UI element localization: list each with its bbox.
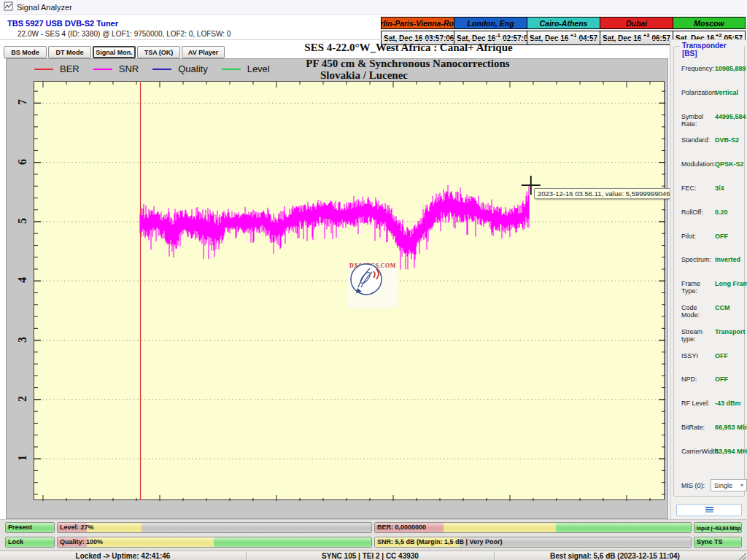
mis-row: MIS (0): Single ▾ <box>681 479 747 491</box>
ber-bar: BER: 0,0000000 <box>374 522 692 533</box>
legend-dash-quality <box>152 69 171 70</box>
sync-ts: Sync TS <box>694 537 742 548</box>
field-value: 3/4 <box>715 184 724 195</box>
lock-indicator-label: Lock <box>8 538 23 545</box>
transponder-field-carrierwidth-: CarrierWidth:53,994 MHz <box>681 448 747 458</box>
y-tick-label-4: 4 <box>16 273 29 287</box>
field-value: 10985,889 MHz <box>715 65 747 75</box>
clock-city: Dubai <box>600 17 673 29</box>
clock-city: Moscow <box>673 17 746 29</box>
mis-selected-value: Single <box>714 482 732 489</box>
field-label: Stream type: <box>681 328 715 338</box>
lock-indicator: Lock <box>5 537 55 548</box>
status-uptime: Locked -> Uptime: 42:41:46 <box>0 551 246 560</box>
field-label: CarrierWidth: <box>681 448 715 458</box>
transport-stream-button[interactable] <box>676 504 742 516</box>
clock-time: Sat, Dec 16+306:57 <box>600 31 673 45</box>
field-value: 44995,584 KS/s <box>715 113 747 123</box>
field-label: Pilot: <box>681 233 715 243</box>
legend-label-ber: BER <box>60 63 80 74</box>
mis-label: MIS (0): <box>681 482 711 489</box>
transponder-field-rolloff-: RollOff:0.20 <box>681 209 747 219</box>
level-bar: Level: 27% <box>57 522 372 533</box>
transponder-field-standard-: Standard:DVB-S2 <box>681 136 747 147</box>
header-separator <box>0 39 747 40</box>
transponder-field-frame-type-: Frame Type:Long Frame <box>681 280 747 290</box>
transponder-field-bitrate-: BitRate:66,953 Mbit/s <box>681 424 747 434</box>
transponder-field-rf-level-: RF Level:-43 dBm <box>681 400 747 410</box>
transponder-field-polarization-: Polarization:Vertical <box>681 89 747 99</box>
field-value: -43 dBm <box>715 400 741 410</box>
legend-label-level: Level <box>247 63 270 74</box>
transponder-field-pilot-: Pilot:OFF <box>681 233 747 243</box>
field-label: BitRate: <box>681 424 715 434</box>
field-label: Modulation: <box>681 160 715 171</box>
clock-3: DubaiSat, Dec 16+306:57 <box>600 17 673 45</box>
bar-segment-green <box>214 537 371 547</box>
tab-bs-mode[interactable]: BS Mode <box>4 46 47 58</box>
field-value: Transport <box>715 328 746 338</box>
transponder-groupbox: Transponder [BS] Frequency:10985,889 MHz… <box>673 46 745 497</box>
chart-legend: BERSNRQualityLevel <box>34 63 277 74</box>
level-bar-label: Level: 27% <box>60 524 94 531</box>
present-indicator-label: Present <box>8 524 32 531</box>
snr-bar: SNR: 5,5 dB (Margin: 1,5 dB | Very Poor) <box>374 537 692 548</box>
legend-dash-snr <box>93 69 112 70</box>
clock-city: Berlin-Paris-Vienna-Roma <box>381 17 454 29</box>
clock-city: Cairo-Athens <box>527 17 600 29</box>
mode-tabs: BS ModeDT ModeSignal Mon.TSA (OK)AV Play… <box>4 46 225 58</box>
field-label: Code Mode: <box>681 304 715 314</box>
field-value: DVB-S2 <box>715 136 739 147</box>
transponder-field-spectrum-: Spectrum:Inverted <box>681 256 747 266</box>
y-tick-label-1: 1 <box>16 451 29 464</box>
clock-city: London, Eng <box>454 17 527 29</box>
window-titlebar: Signal Analyzer <box>0 0 747 15</box>
field-value: QPSK-S2 <box>715 160 744 171</box>
tuner-name: TBS 5927 USB DVB-S2 Tuner <box>7 19 118 28</box>
app-icon <box>4 1 13 14</box>
status-sync-counters: SYNC 105 | TEI 2 | CC 43930 <box>247 551 494 560</box>
input-rate-label: Input (~63,84 Mbps) <box>697 525 742 532</box>
tab-av-player[interactable]: AV Player <box>182 46 225 58</box>
bar-segment-yellow <box>444 523 556 532</box>
field-label: Polarization: <box>681 89 715 99</box>
watermark-logo: DXSATCS.COM <box>348 262 398 308</box>
transponder-field-issyi: ISSYIOFF <box>681 352 747 362</box>
tab-tsa-ok-[interactable]: TSA (OK) <box>137 46 180 58</box>
y-tick-label-5: 5 <box>16 214 29 228</box>
cursor-tooltip: 2023-12-16 03.56.11, value: 5,5999999046… <box>534 188 689 199</box>
input-rate: Input (~63,84 Mbps) <box>694 522 742 533</box>
quality-bar: Quality: 100% <box>57 537 372 548</box>
bar-segment-green <box>556 523 691 532</box>
field-label: FEC: <box>681 184 715 195</box>
legend-label-snr: SNR <box>119 63 139 74</box>
status-best-signal: Best signal: 5,6 dB (2023-12-15 11:04) <box>495 551 735 560</box>
signal-analyzer-window: Signal Analyzer TBS 5927 USB DVB-S2 Tune… <box>0 0 747 560</box>
chevron-down-icon: ▾ <box>740 482 743 489</box>
transponder-field-fec-: FEC:3/4 <box>681 184 747 195</box>
y-tick-label-7: 7 <box>16 96 29 109</box>
transponder-field-frequency-: Frequency:10985,889 MHz <box>681 65 747 75</box>
mis-dropdown[interactable]: Single ▾ <box>711 479 747 491</box>
resize-grip[interactable] <box>738 552 746 560</box>
transponder-panel: Transponder [BS] Frequency:10985,889 MHz… <box>670 40 747 519</box>
chart-title: SES 4-22.0°W_West Africa : Canal+ Afriqu… <box>226 42 591 54</box>
header: TBS 5927 USB DVB-S2 Tuner 22.0W - SES 4 … <box>0 15 747 39</box>
window-title: Signal Analyzer <box>17 3 72 12</box>
field-label: ISSYI <box>681 352 715 362</box>
y-tick-label-2: 2 <box>16 392 29 405</box>
transponder-field-code-mode-: Code Mode:CCM <box>681 304 747 314</box>
list-icon <box>705 507 713 514</box>
tab-dt-mode[interactable]: DT Mode <box>48 46 91 58</box>
transponder-field-modulation-: Modulation:QPSK-S2 <box>681 160 747 171</box>
field-value: Inverted <box>715 256 740 266</box>
bar-segment-gray <box>142 523 371 532</box>
bar-segment-yellow <box>87 537 214 547</box>
present-indicator: Present <box>5 522 55 533</box>
plot-area[interactable]: DXSATCS.COM <box>34 81 665 500</box>
ber-bar-label: BER: 0,0000000 <box>377 524 426 531</box>
field-value: OFF <box>715 233 728 243</box>
tab-signal-mon-[interactable]: Signal Mon. <box>93 46 136 58</box>
field-value: Long Frame <box>715 280 747 290</box>
status-bar: Locked -> Uptime: 42:41:46 SYNC 105 | TE… <box>0 551 747 560</box>
